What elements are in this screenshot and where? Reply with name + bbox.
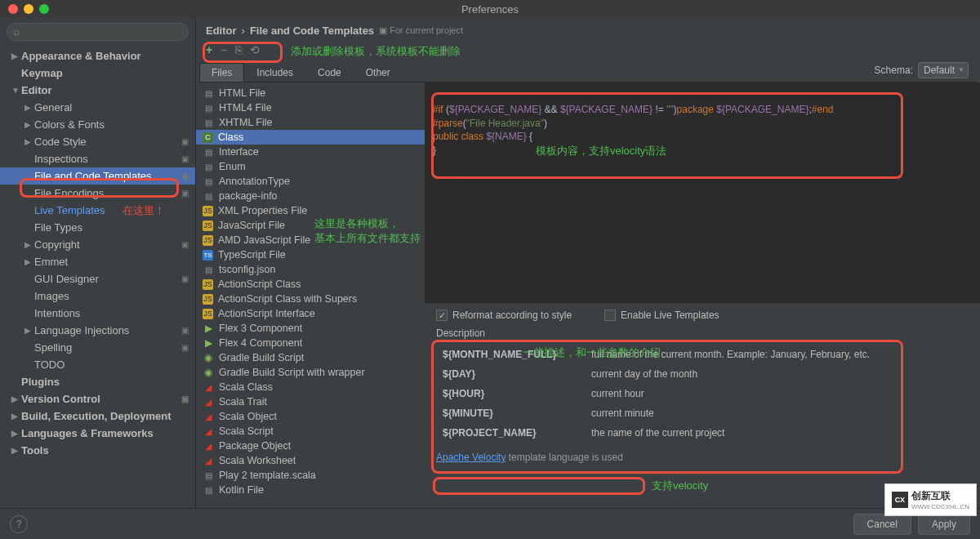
sidebar-item[interactable]: Copyright▣ (0, 236, 195, 253)
copy-template-button[interactable]: ⎘ (235, 43, 242, 56)
minimize-icon[interactable] (24, 4, 33, 14)
js-icon: JS (203, 206, 213, 216)
sidebar-item[interactable]: Live Templates (0, 202, 195, 219)
js-icon: JS (203, 309, 213, 319)
file-icon: ▤ (203, 146, 214, 158)
template-item[interactable]: ◢Scala Class (196, 380, 425, 394)
template-list: ▤HTML File▤HTML4 File▤XHTML FileCClass▤I… (196, 82, 425, 508)
variable-row: ${MINUTE}current minute (438, 404, 967, 422)
variable-row: ${PROJECT_NAME}the name of the current p… (438, 424, 967, 442)
sidebar-item[interactable]: Intentions (0, 305, 195, 322)
template-item[interactable]: ▶Flex 3 Component (196, 321, 425, 336)
js-icon: JS (203, 235, 213, 246)
template-item[interactable]: ▶Flex 4 Component (196, 336, 425, 350)
live-templates-checkbox[interactable]: Enable Live Templates (604, 310, 719, 321)
template-item[interactable]: ◉Gradle Build Script with wrapper (196, 365, 425, 380)
sidebar-item[interactable]: File Types (0, 219, 195, 236)
help-button[interactable]: ? (10, 515, 28, 533)
template-item[interactable]: ◢Scala Object (196, 409, 425, 424)
file-icon: ▤ (203, 470, 214, 481)
watermark: CX 创新互联WWW.CDCXHL.CN (884, 483, 977, 516)
cancel-button[interactable]: Cancel (853, 514, 911, 535)
template-item[interactable]: ◢Scala Trait (196, 394, 425, 409)
js-icon: JS (203, 279, 213, 290)
template-item[interactable]: JSActionScript Interface (196, 306, 425, 321)
variable-row: ${DAY}current day of the month (438, 365, 967, 383)
template-item[interactable]: JSJavaScript File (196, 218, 425, 233)
scala-icon: ◢ (203, 440, 214, 452)
file-icon: ▤ (203, 87, 214, 99)
template-item[interactable]: ▤AnnotationType (196, 174, 425, 189)
sidebar-item[interactable]: General (0, 99, 195, 116)
sidebar-item[interactable]: Colors & Fonts (0, 116, 195, 133)
breadcrumb: Editor › File and Code Templates ▣ For c… (196, 18, 980, 40)
template-item[interactable]: ◉Gradle Build Script (196, 350, 425, 365)
template-item[interactable]: JSAMD JavaScript File (196, 233, 425, 247)
template-item[interactable]: ▤HTML File (196, 86, 425, 100)
maximize-icon[interactable] (39, 4, 49, 14)
template-item[interactable]: ◢Scala Worksheet (196, 453, 425, 468)
sidebar-item[interactable]: Emmet (0, 253, 195, 270)
sidebar-item[interactable]: Keymap (0, 65, 195, 82)
sidebar-item[interactable]: Images (0, 287, 195, 305)
remove-template-button[interactable]: − (220, 43, 227, 56)
reformat-checkbox[interactable]: Reformat according to style (436, 310, 572, 321)
sidebar: Appearance & BehaviorKeymapEditorGeneral… (0, 18, 196, 508)
template-item[interactable]: ▤Enum (196, 159, 425, 174)
sidebar-item[interactable]: File Encodings▣ (0, 185, 195, 202)
scala-icon: ◢ (203, 425, 214, 437)
schema-select[interactable]: Default (918, 62, 969, 78)
scala-icon: ◢ (203, 381, 214, 393)
sidebar-item[interactable]: Plugins (0, 373, 195, 390)
apply-button[interactable]: Apply (918, 514, 970, 535)
sidebar-item[interactable]: Inspections▣ (0, 150, 195, 167)
add-template-button[interactable]: + (206, 43, 212, 56)
schema-label: Schema: (875, 65, 913, 76)
sidebar-item[interactable]: Code Style▣ (0, 133, 195, 150)
tab-includes[interactable]: Includes (244, 63, 305, 82)
template-item[interactable]: ◢Package Object (196, 439, 425, 453)
settings-tree: Appearance & BehaviorKeymapEditorGeneral… (0, 46, 195, 461)
file-icon: ▤ (203, 190, 214, 202)
sidebar-item[interactable]: Tools (0, 442, 195, 459)
sidebar-item[interactable]: GUI Designer▣ (0, 270, 195, 287)
search-input[interactable] (7, 23, 189, 41)
template-item[interactable]: ▤Kotlin File (196, 483, 425, 497)
variable-row: ${MONTH_NAME_FULL}full name of the curre… (438, 345, 967, 363)
apache-velocity-link[interactable]: Apache Velocity (436, 452, 506, 463)
template-item[interactable]: JSActionScript Class (196, 277, 425, 292)
template-item[interactable]: JSActionScript Class with Supers (196, 292, 425, 306)
template-item[interactable]: ▤Interface (196, 145, 425, 159)
reset-template-button[interactable]: ⟲ (250, 43, 260, 56)
sidebar-item[interactable]: Languages & Frameworks (0, 425, 195, 442)
class-icon: C (203, 132, 213, 143)
scala-icon: ◢ (203, 396, 214, 408)
sidebar-item[interactable]: TODO (0, 356, 195, 373)
sidebar-item[interactable]: Spelling▣ (0, 339, 195, 356)
sidebar-item[interactable]: Build, Execution, Deployment (0, 408, 195, 425)
sidebar-item[interactable]: File and Code Templates▣ (0, 167, 195, 185)
sidebar-item[interactable]: Language Injections▣ (0, 322, 195, 339)
tab-other[interactable]: Other (354, 63, 403, 82)
sidebar-item[interactable]: Editor (0, 82, 195, 99)
file-icon: ▤ (203, 176, 214, 187)
template-item[interactable]: ▤Play 2 template.scala (196, 468, 425, 483)
gradle-icon: ◉ (203, 352, 214, 363)
template-item[interactable]: JSXML Properties File (196, 203, 425, 218)
scala-icon: ◢ (203, 455, 214, 466)
template-item[interactable]: ▤tsconfig.json (196, 262, 425, 277)
sidebar-item[interactable]: Appearance & Behavior (0, 47, 195, 65)
file-icon: ▤ (203, 102, 214, 114)
template-item[interactable]: ▤XHTML File (196, 115, 425, 130)
sidebar-item[interactable]: Version Control▣ (0, 390, 195, 408)
template-code-editor[interactable]: #if (${PACKAGE_NAME} && ${PACKAGE_NAME} … (425, 82, 980, 303)
template-item[interactable]: ◢Scala Script (196, 424, 425, 439)
tab-files[interactable]: Files (199, 63, 244, 82)
close-icon[interactable] (8, 4, 18, 14)
tab-code[interactable]: Code (305, 63, 354, 82)
bottom-bar: ? Cancel Apply (0, 508, 980, 539)
template-item[interactable]: TSTypeScript File (196, 247, 425, 262)
template-item[interactable]: CClass (196, 130, 425, 145)
template-item[interactable]: ▤package-info (196, 189, 425, 203)
template-item[interactable]: ▤HTML4 File (196, 100, 425, 115)
